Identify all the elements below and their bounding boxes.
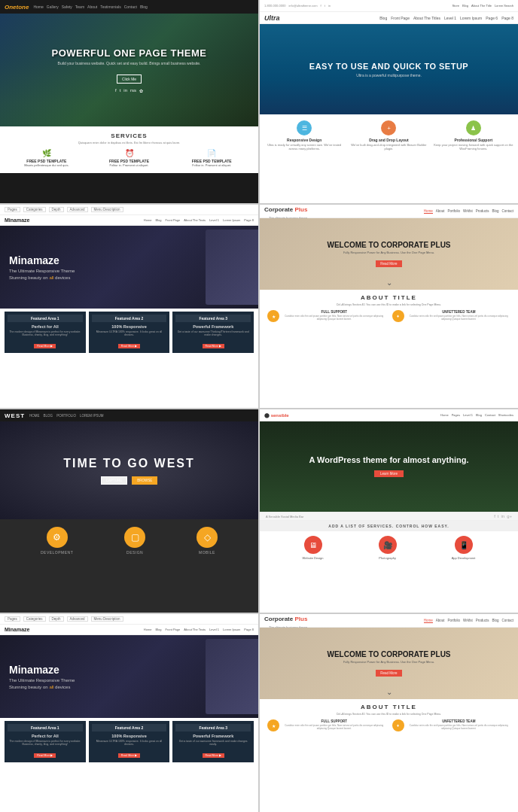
- ultra-about-title[interactable]: About The Title: [471, 4, 492, 8]
- instagram-icon[interactable]: ✿: [139, 88, 143, 93]
- tab2-advanced[interactable]: Advanced: [67, 616, 88, 622]
- nav-home[interactable]: Home: [33, 5, 43, 9]
- minamaze2-read-more-1[interactable]: Read More ▶: [34, 753, 56, 758]
- ultra-social-fb[interactable]: f: [321, 4, 321, 8]
- facebook-icon[interactable]: f: [115, 88, 117, 93]
- corporate2-hero-button[interactable]: Read More: [376, 670, 401, 677]
- corporate2-hero-subtitle: Fully Responsive Power for Any Business.…: [327, 660, 450, 664]
- corp2-nav-wrkfst[interactable]: Wrkfst: [463, 619, 473, 623]
- ultra-nav-level[interactable]: Level 1: [444, 16, 456, 20]
- tab2-depth[interactable]: Depth: [49, 616, 64, 622]
- mina-lorem[interactable]: Lorem Ipsum: [223, 218, 240, 222]
- minamaze-read-more-3[interactable]: Read More ▶: [203, 344, 224, 348]
- sens-level[interactable]: Level 1: [463, 413, 473, 417]
- twitter-icon[interactable]: t: [120, 88, 121, 93]
- ultra-blog[interactable]: Store: [452, 4, 459, 8]
- sensible-social-3[interactable]: in: [501, 514, 504, 519]
- linkedin-icon[interactable]: in: [123, 88, 127, 93]
- corp2-nav-portfolio[interactable]: Portfolio: [448, 619, 461, 623]
- tab2-pages[interactable]: Pages: [5, 616, 20, 622]
- sens-blog[interactable]: Blog: [476, 413, 482, 417]
- corp-nav-portfolio[interactable]: Portfolio: [448, 209, 461, 214]
- nav-blog[interactable]: Blog: [140, 5, 148, 9]
- ultra-social-in[interactable]: in: [328, 4, 331, 8]
- mina-about[interactable]: About The Texts: [184, 218, 206, 222]
- west-nav-portfolio[interactable]: PORTFOLIO: [56, 414, 76, 418]
- tab-menu-desc[interactable]: Menu Description: [91, 207, 123, 212]
- mina2-level[interactable]: Level 1: [209, 628, 219, 631]
- west-design-icon: ▢: [124, 527, 145, 548]
- mina2-blog[interactable]: Blog: [155, 628, 161, 631]
- nav-team[interactable]: Team: [75, 5, 84, 9]
- minamaze-read-more-2[interactable]: Read More ▶: [118, 344, 140, 348]
- tab-depth[interactable]: Depth: [49, 207, 64, 212]
- onetone-hero-button[interactable]: Click Me: [117, 75, 142, 84]
- west-capture-button[interactable]: CAPTURE: [101, 476, 128, 485]
- nav-safety[interactable]: Safety: [62, 5, 72, 9]
- mina2-home[interactable]: Home: [144, 628, 152, 631]
- ultra-nav-blog[interactable]: Blog: [379, 16, 387, 20]
- mina-home[interactable]: Home: [144, 218, 152, 222]
- nav-about[interactable]: About: [87, 5, 97, 9]
- mina2-p8[interactable]: Page 8: [244, 628, 254, 631]
- sensible-social-2[interactable]: t: [498, 514, 499, 519]
- minamaze2-read-more-2[interactable]: Read More ▶: [118, 753, 140, 758]
- ultra-nav-front[interactable]: Front Page: [391, 16, 410, 20]
- sensible-social-1[interactable]: f: [494, 514, 495, 519]
- sens-home[interactable]: Home: [440, 413, 449, 417]
- minamaze-tabs: Pages Categories Depth Advanced Menu Des…: [0, 205, 258, 215]
- corp2-nav-contact[interactable]: Contact: [501, 619, 513, 623]
- tab2-categories[interactable]: Categories: [23, 616, 46, 622]
- ultra-nav-p6[interactable]: Page 6: [486, 16, 498, 20]
- nav-gallery[interactable]: Gallery: [47, 5, 59, 9]
- nav-contact[interactable]: Contact: [124, 5, 137, 9]
- sens-contact[interactable]: Contact: [485, 413, 495, 417]
- mina2-about[interactable]: About The Texts: [184, 628, 206, 631]
- ultra-social-tw[interactable]: t: [325, 4, 325, 8]
- sensible-services-bar: ADD A LIST OF SERVICES. CONTROL HOW EASY…: [260, 521, 518, 531]
- mina-front[interactable]: Front Page: [166, 218, 181, 222]
- nav-testimonials[interactable]: Testimonials: [100, 5, 121, 9]
- west-nav-home[interactable]: HOME: [29, 414, 40, 418]
- corp2-nav-about[interactable]: About: [436, 619, 445, 623]
- mina2-front[interactable]: Front Page: [166, 628, 181, 631]
- corp2-nav-blog[interactable]: Blog: [492, 619, 498, 623]
- sens-pages[interactable]: Pages: [452, 413, 460, 417]
- mina-p8[interactable]: Page 8: [244, 218, 254, 222]
- tab-advanced[interactable]: Advanced: [67, 207, 88, 212]
- rss-icon[interactable]: rss: [130, 88, 136, 93]
- corp2-nav-products[interactable]: Products: [476, 619, 489, 623]
- west-logo: WEST: [5, 412, 25, 419]
- minamaze2-read-more-3[interactable]: Read More ▶: [203, 753, 224, 758]
- ultra-search[interactable]: Lorem Search: [495, 4, 513, 8]
- corp-nav-home[interactable]: Home: [424, 209, 433, 214]
- corp-nav-wrkfst[interactable]: Wrkfst: [463, 209, 473, 214]
- sens-shortcodes[interactable]: Shortcodes: [498, 413, 513, 417]
- minamaze-read-more-1[interactable]: Read More ▶: [34, 344, 56, 348]
- sensible-social-4[interactable]: g+: [507, 514, 512, 519]
- minamaze2-feat-desc-3: Get a taste of our awesome framework and…: [175, 740, 251, 746]
- ultra-nav-about[interactable]: About The Titles: [413, 16, 440, 20]
- sensible-hero-button[interactable]: Learn More: [374, 470, 404, 477]
- mina-blog[interactable]: Blog: [155, 218, 161, 222]
- tab-pages[interactable]: Pages: [5, 207, 20, 212]
- west-nav-lorem[interactable]: LOREM IPSUM: [80, 414, 104, 418]
- mina2-lorem[interactable]: Lorem Ipsum: [223, 628, 240, 631]
- west-browse-button[interactable]: BROWSE: [132, 476, 157, 485]
- tab2-menu-desc[interactable]: Menu Description: [91, 616, 123, 622]
- tab-categories[interactable]: Categories: [23, 207, 46, 212]
- corp-nav-contact[interactable]: Contact: [501, 209, 513, 214]
- west-nav-blog[interactable]: BLOG: [44, 414, 53, 418]
- minamaze-highlight: all: [49, 275, 53, 280]
- mina-level[interactable]: Level 1: [209, 218, 219, 222]
- corporate2-about-col-2: ♦ UNFETTERED TEAM Curabitur enim odio fr…: [392, 719, 511, 731]
- ultra-nav-p8[interactable]: Page 8: [501, 16, 513, 20]
- corporate-hero-button[interactable]: Read More: [376, 260, 401, 267]
- ultra-nav-lorem[interactable]: Lorem Ipsum: [460, 16, 482, 20]
- corp-nav-about[interactable]: About: [436, 209, 445, 214]
- corp2-nav-home[interactable]: Home: [424, 619, 433, 623]
- ultra-about[interactable]: Blog: [462, 4, 468, 8]
- corp-nav-products[interactable]: Products: [476, 209, 489, 214]
- corp-nav-blog[interactable]: Blog: [492, 209, 498, 214]
- minamaze-feat-title-1: Featured Area 1: [8, 315, 83, 322]
